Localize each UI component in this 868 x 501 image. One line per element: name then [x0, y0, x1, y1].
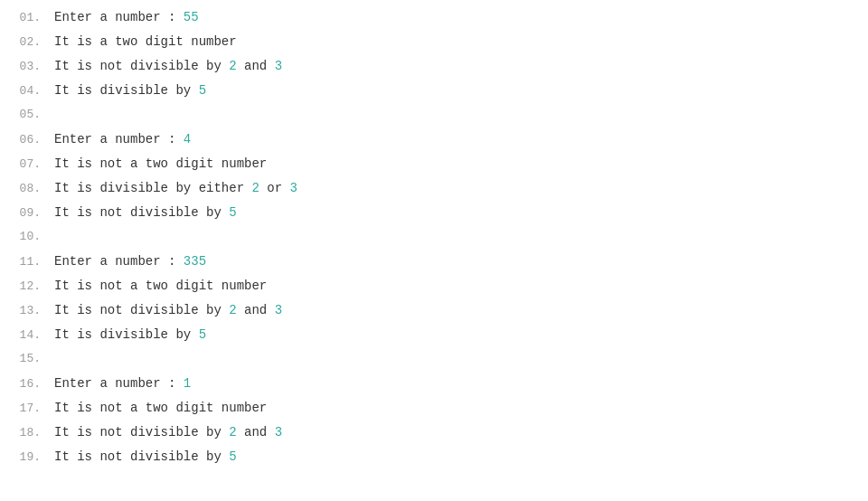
plain-text: Enter a number : — [54, 10, 184, 24]
line-content: It is not divisible by 5 — [54, 205, 237, 220]
plain-text: It is not divisible by — [54, 425, 229, 440]
code-line: 18.It is not divisible by 2 and 3 — [0, 424, 868, 449]
plain-text: Enter a number : — [54, 376, 184, 391]
line-content: It is a two digit number — [54, 34, 237, 49]
line-content: It is divisible by 5 — [54, 327, 206, 342]
code-line: 09.It is not divisible by 5 — [0, 204, 868, 229]
highlighted-value: 4 — [184, 132, 191, 147]
highlighted-value: 3 — [275, 59, 282, 73]
line-content: Enter a number : 55 — [54, 10, 199, 24]
highlighted-value: 5 — [229, 449, 236, 464]
code-line: 10. — [0, 229, 868, 253]
line-content: It is not divisible by 2 and 3 — [54, 59, 282, 73]
highlighted-value: 55 — [184, 10, 199, 24]
line-number: 16. — [0, 377, 54, 391]
line-number: 12. — [0, 279, 54, 293]
plain-text: It is not divisible by — [54, 205, 229, 220]
line-number: 10. — [0, 230, 54, 243]
line-content: It is divisible by 5 — [54, 83, 206, 98]
plain-text: Enter a number : — [54, 132, 184, 147]
line-content: Enter a number : 1 — [54, 376, 191, 391]
code-line: 07.It is not a two digit number — [0, 156, 868, 180]
highlighted-value: 5 — [199, 83, 206, 98]
highlighted-value: 335 — [184, 254, 206, 269]
plain-text: It is divisible by either — [54, 181, 251, 195]
line-number: 09. — [0, 206, 54, 220]
code-line: 16.Enter a number : 1 — [0, 375, 868, 400]
highlighted-value: 2 — [229, 303, 236, 317]
line-content: It is not divisible by 5 — [54, 449, 237, 464]
highlighted-value: 1 — [184, 376, 191, 391]
code-line: 02.It is a two digit number — [0, 33, 868, 58]
code-line: 19.It is not divisible by 5 — [0, 449, 868, 473]
line-number: 04. — [0, 84, 54, 98]
line-number: 07. — [0, 157, 54, 171]
line-number: 08. — [0, 182, 54, 195]
plain-text: It is not a two digit number — [54, 279, 267, 293]
plain-text: It is not divisible by — [54, 449, 229, 464]
highlighted-value: 5 — [199, 327, 206, 342]
code-line: 01.Enter a number : 55 — [0, 9, 868, 33]
highlighted-value: 2 — [229, 59, 236, 73]
plain-text: and — [237, 303, 275, 317]
code-line: 12.It is not a two digit number — [0, 278, 868, 302]
highlighted-value: 3 — [275, 303, 282, 317]
line-number: 02. — [0, 35, 54, 49]
line-number: 01. — [0, 11, 54, 24]
line-content: It is not divisible by 2 and 3 — [54, 425, 282, 440]
line-content: It is not divisible by 2 and 3 — [54, 303, 282, 317]
line-number: 15. — [0, 352, 54, 365]
line-number: 05. — [0, 108, 54, 121]
code-line: 17.It is not a two digit number — [0, 400, 868, 424]
line-content: It is not a two digit number — [54, 279, 267, 293]
code-line: 08.It is divisible by either 2 or 3 — [0, 180, 868, 204]
line-content: Enter a number : 335 — [54, 254, 206, 269]
plain-text: It is not divisible by — [54, 59, 229, 73]
code-line: 05. — [0, 107, 868, 131]
line-content: Enter a number : 4 — [54, 132, 191, 147]
code-line: 06.Enter a number : 4 — [0, 131, 868, 156]
line-number: 03. — [0, 60, 54, 73]
code-line: 13.It is not divisible by 2 and 3 — [0, 302, 868, 326]
plain-text: It is a two digit number — [54, 34, 237, 49]
plain-text: Enter a number : — [54, 254, 184, 269]
line-number: 17. — [0, 402, 54, 415]
plain-text: and — [237, 59, 275, 73]
line-number: 18. — [0, 426, 54, 440]
plain-text: and — [237, 425, 275, 440]
plain-text: It is not a two digit number — [54, 401, 267, 415]
plain-text: It is divisible by — [54, 83, 199, 98]
highlighted-value: 2 — [229, 425, 236, 440]
plain-text: or — [259, 181, 290, 195]
highlighted-value: 5 — [229, 205, 236, 220]
line-content: It is not a two digit number — [54, 401, 267, 415]
highlighted-value: 3 — [275, 425, 282, 440]
code-line: 15. — [0, 351, 868, 375]
line-number: 11. — [0, 255, 54, 269]
line-content: It is not a two digit number — [54, 156, 267, 171]
line-number: 14. — [0, 328, 54, 342]
plain-text: It is divisible by — [54, 327, 199, 342]
highlighted-value: 3 — [289, 181, 297, 195]
code-line: 03.It is not divisible by 2 and 3 — [0, 58, 868, 82]
line-number: 19. — [0, 450, 54, 464]
highlighted-value: 2 — [251, 181, 259, 195]
code-output: 01.Enter a number : 5502.It is a two dig… — [0, 0, 868, 501]
code-line: 14.It is divisible by 5 — [0, 326, 868, 351]
line-content: It is divisible by either 2 or 3 — [54, 181, 297, 195]
code-line: 04.It is divisible by 5 — [0, 82, 868, 107]
plain-text: It is not a two digit number — [54, 156, 267, 171]
line-number: 13. — [0, 304, 54, 317]
plain-text: It is not divisible by — [54, 303, 229, 317]
line-number: 06. — [0, 133, 54, 147]
code-line: 11.Enter a number : 335 — [0, 253, 868, 278]
